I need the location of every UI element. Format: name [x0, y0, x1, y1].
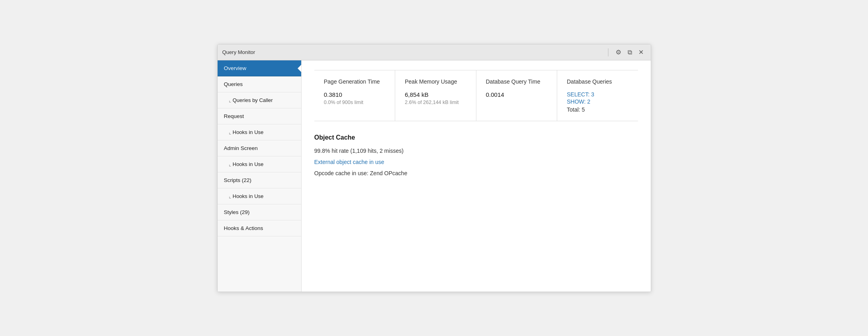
show-queries-link[interactable]: SHOW: 2	[567, 98, 628, 105]
close-button[interactable]: ✕	[636, 47, 646, 58]
sidebar-item-hooks-actions[interactable]: Hooks & Actions	[218, 220, 301, 236]
sidebar-item-hooks-in-use-request-label: Hooks in Use	[233, 129, 264, 135]
metric-peak-memory-usage-title: Peak Memory Usage	[405, 78, 466, 85]
metric-database-query-time: Database Query Time 0.0014	[476, 70, 558, 121]
metric-database-queries-total: Total: 5	[567, 106, 628, 113]
sidebar-item-hooks-actions-label: Hooks & Actions	[224, 225, 263, 231]
metrics-row: Page Generation Time 0.3810 0.0% of 900s…	[314, 70, 638, 121]
title-bar-actions: ⚙ ⧉ ✕	[608, 47, 646, 58]
window-title: Query Monitor	[222, 49, 608, 55]
metric-database-queries: Database Queries SELECT: 3 SHOW: 2 Total…	[557, 70, 638, 121]
window-body: Overview Queries ⌞ Queries by Caller Req…	[218, 60, 651, 292]
metric-peak-memory-usage: Peak Memory Usage 6,854 kB 2.6% of 262,1…	[395, 70, 476, 121]
sidebar-item-queries[interactable]: Queries	[218, 76, 301, 92]
sidebar-item-styles-label: Styles (29)	[224, 209, 250, 215]
metric-page-generation-time-value: 0.3810	[324, 91, 386, 98]
cache-hit-rate: 99.8% hit rate (1,109 hits, 2 misses)	[314, 148, 638, 154]
sidebar-item-admin-screen[interactable]: Admin Screen	[218, 140, 301, 156]
sidebar-item-hooks-in-use-admin-label: Hooks in Use	[233, 161, 264, 167]
sidebar-item-queries-label: Queries	[224, 81, 243, 87]
title-bar-divider	[608, 48, 608, 56]
select-queries-link[interactable]: SELECT: 3	[567, 91, 628, 98]
sidebar: Overview Queries ⌞ Queries by Caller Req…	[218, 60, 302, 292]
sidebar-item-overview-label: Overview	[224, 65, 246, 71]
sidebar-item-queries-by-caller[interactable]: ⌞ Queries by Caller	[218, 92, 301, 108]
query-monitor-window: Query Monitor ⚙ ⧉ ✕ Overview Queries ⌞ Q…	[217, 44, 651, 292]
opcode-cache: Opcode cache in use: Zend OPcache	[314, 170, 638, 176]
sidebar-item-hooks-in-use-admin[interactable]: ⌞ Hooks in Use	[218, 156, 301, 172]
sidebar-item-hooks-in-use-scripts[interactable]: ⌞ Hooks in Use	[218, 188, 301, 204]
external-object-cache-link[interactable]: External object cache in use	[314, 159, 638, 165]
sidebar-item-scripts[interactable]: Scripts (22)	[218, 172, 301, 188]
sub-prefix-icon: ⌞	[229, 97, 231, 103]
metric-database-query-time-value: 0.0014	[486, 91, 548, 98]
main-content: Page Generation Time 0.3810 0.0% of 900s…	[302, 60, 651, 292]
object-cache-section: Object Cache 99.8% hit rate (1,109 hits,…	[314, 134, 638, 176]
object-cache-title: Object Cache	[314, 134, 638, 141]
resize-button[interactable]: ⧉	[625, 47, 634, 58]
sub-prefix-icon-3: ⌞	[229, 161, 231, 167]
sidebar-item-admin-screen-label: Admin Screen	[224, 145, 258, 151]
metric-database-queries-title: Database Queries	[567, 78, 628, 85]
metric-peak-memory-usage-sub: 2.6% of 262,144 kB limit	[405, 100, 466, 105]
sidebar-item-overview[interactable]: Overview	[218, 60, 301, 76]
metric-page-generation-time-title: Page Generation Time	[324, 78, 386, 85]
sub-prefix-icon-2: ⌞	[229, 129, 231, 135]
metric-page-generation-time-sub: 0.0% of 900s limit	[324, 100, 386, 105]
sidebar-item-request[interactable]: Request	[218, 108, 301, 124]
sidebar-item-scripts-label: Scripts (22)	[224, 177, 252, 183]
sidebar-item-request-label: Request	[224, 113, 244, 119]
metric-peak-memory-usage-value: 6,854 kB	[405, 91, 466, 98]
gear-button[interactable]: ⚙	[613, 47, 624, 58]
sidebar-item-hooks-in-use-request[interactable]: ⌞ Hooks in Use	[218, 124, 301, 140]
title-bar: Query Monitor ⚙ ⧉ ✕	[218, 44, 651, 60]
sidebar-item-hooks-in-use-scripts-label: Hooks in Use	[233, 193, 264, 199]
metric-page-generation-time: Page Generation Time 0.3810 0.0% of 900s…	[314, 70, 396, 121]
metric-database-query-time-title: Database Query Time	[486, 78, 548, 85]
sidebar-item-styles[interactable]: Styles (29)	[218, 204, 301, 220]
sidebar-item-queries-by-caller-label: Queries by Caller	[233, 97, 273, 103]
sub-prefix-icon-4: ⌞	[229, 193, 231, 199]
